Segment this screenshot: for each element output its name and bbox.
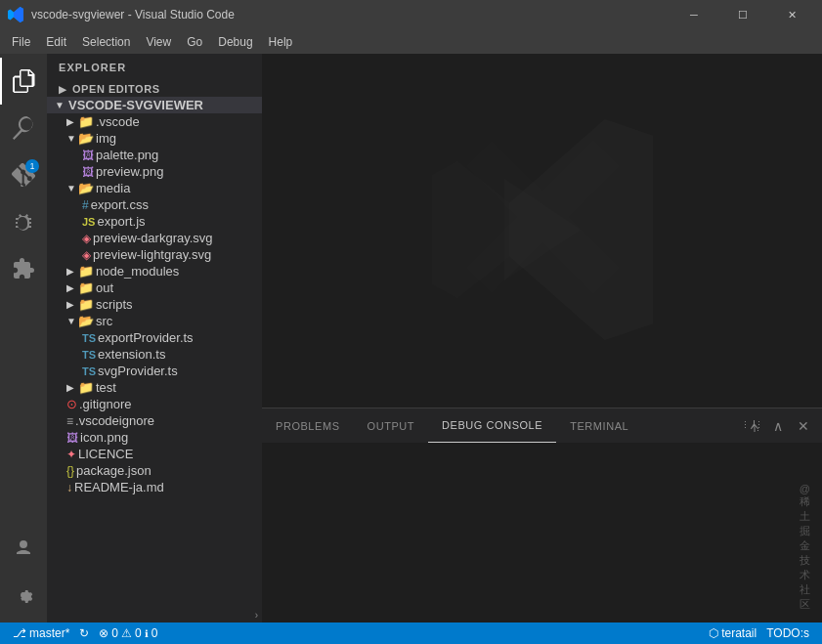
title-bar: vscode-svgviewer - Visual Studio Code ─ … [0, 0, 822, 29]
menu-help[interactable]: Help [261, 29, 301, 54]
tab-debug-console[interactable]: DEBUG CONSOLE [428, 408, 556, 443]
activity-settings[interactable] [0, 572, 47, 619]
folder-media[interactable]: ▼ 📂 media [47, 180, 262, 196]
activity-explorer[interactable] [0, 58, 47, 105]
tab-terminal[interactable]: TERMINAL [556, 408, 642, 443]
folder-src[interactable]: ▼ 📂 src [47, 313, 262, 329]
md-icon: ↓ [66, 481, 72, 494]
info-icon: ℹ [145, 628, 149, 639]
preview-file-icon: 🖼 [82, 165, 94, 179]
file-licence[interactable]: ✦ LICENCE [47, 446, 262, 462]
panel-close-button[interactable]: ✕ [793, 415, 814, 437]
sidebar-resize-right[interactable]: › [255, 610, 258, 621]
menu-selection[interactable]: Selection [74, 29, 138, 54]
folder-vscode[interactable]: ▶ 📁 .vscode [47, 113, 262, 130]
package-json-label: package.json [76, 463, 151, 478]
vscodeignore-label: .vscodeignore [75, 413, 154, 428]
panel-filter-button[interactable] [742, 415, 763, 437]
menu-edit[interactable]: Edit [38, 29, 74, 54]
scripts-arrow: ▶ [66, 299, 76, 310]
svg-provider-ts-label: svgProvider.ts [98, 364, 178, 378]
export-js-label: export.js [97, 214, 145, 229]
menu-view[interactable]: View [138, 29, 179, 54]
todo-label: TODO:s [766, 626, 809, 640]
scripts-folder-label: scripts [96, 297, 133, 312]
img-folder-label: img [96, 131, 116, 146]
ts3-icon: TS [82, 365, 96, 377]
svg-light-icon: ◈ [82, 248, 91, 262]
activity-search[interactable] [0, 105, 47, 151]
minimize-button[interactable]: ─ [671, 0, 716, 29]
file-preview-png[interactable]: 🖼 preview.png [47, 163, 262, 180]
teratail-label: teratail [721, 626, 757, 640]
file-svg-provider-ts[interactable]: TS svgProvider.ts [47, 363, 262, 379]
preview-lightgray-label: preview-lightgray.svg [93, 247, 211, 262]
licence-label: LICENCE [78, 447, 133, 461]
activity-bar: 1 [0, 54, 47, 623]
tab-problems[interactable]: PROBLEMS [262, 408, 354, 443]
palette-png-label: palette.png [96, 148, 158, 162]
file-export-js[interactable]: JS export.js [47, 213, 262, 230]
project-root-label: VSCODE-SVGVIEWER [68, 98, 203, 112]
status-errors[interactable]: ⊗ 0 ⚠ 0 ℹ 0 [94, 623, 162, 644]
file-vscodeignore[interactable]: ≡ .vscodeignore [47, 412, 262, 429]
project-root[interactable]: ▼ VSCODE-SVGVIEWER [47, 97, 262, 113]
status-teratail[interactable]: ⬡ teratail [704, 623, 761, 644]
file-palette-png[interactable]: 🖼 palette.png [47, 147, 262, 163]
menu-debug[interactable]: Debug [210, 29, 260, 54]
window-title: vscode-svgviewer - Visual Studio Code [31, 8, 664, 21]
out-folder-icon: 📁 [78, 280, 94, 295]
js-file-icon: JS [82, 216, 95, 228]
folder-node-modules[interactable]: ▶ 📁 node_modules [47, 263, 262, 279]
img-folder-icon: 📂 [78, 131, 94, 146]
app-icon [8, 7, 23, 22]
node-modules-icon: 📁 [78, 264, 94, 279]
editor-main [262, 54, 822, 408]
status-todo[interactable]: TODO:s [761, 623, 814, 644]
file-extension-ts[interactable]: TS extension.ts [47, 346, 262, 363]
menu-bar: File Edit Selection View Go Debug Help [0, 29, 822, 54]
ts2-icon: TS [82, 349, 96, 361]
folder-out[interactable]: ▶ 📁 out [47, 279, 262, 296]
src-folder-icon: 📂 [78, 314, 94, 328]
vscode-arrow: ▶ [66, 116, 76, 127]
open-editors-label: OPEN EDITORS [72, 83, 160, 95]
teratail-icon: ⬡ [709, 626, 718, 640]
preview-darkgray-label: preview-darkgray.svg [93, 231, 213, 245]
activity-git[interactable]: 1 [0, 151, 47, 198]
sync-icon: ↻ [79, 626, 89, 640]
file-export-css[interactable]: # export.css [47, 196, 262, 213]
file-icon-png[interactable]: 🖼 icon.png [47, 429, 262, 446]
file-package-json[interactable]: {} package.json [47, 462, 262, 479]
close-button[interactable]: ✕ [769, 0, 814, 29]
open-editors-section[interactable]: ▶ OPEN EDITORS [47, 81, 262, 97]
panel-collapse-button[interactable]: ∧ [767, 415, 789, 437]
menu-file[interactable]: File [4, 29, 38, 54]
gitignore-icon: ⊙ [66, 397, 77, 411]
out-arrow: ▶ [66, 282, 76, 293]
vscode-folder-label: .vscode [96, 114, 140, 129]
status-branch[interactable]: ⎇ master* [8, 623, 74, 644]
vscode-folder-icon: 📁 [78, 114, 94, 129]
activity-account[interactable] [0, 525, 47, 572]
file-preview-darkgray-svg[interactable]: ◈ preview-darkgray.svg [47, 230, 262, 246]
folder-img[interactable]: ▼ 📂 img [47, 130, 262, 147]
status-sync[interactable]: ↻ [74, 623, 94, 644]
file-readme-ja-md[interactable]: ↓ README-ja.md [47, 479, 262, 495]
maximize-button[interactable]: ☐ [720, 0, 765, 29]
file-export-provider-ts[interactable]: TS exportProvider.ts [47, 329, 262, 346]
img-arrow: ▼ [66, 133, 76, 144]
preview-png-label: preview.png [96, 164, 163, 179]
tab-output[interactable]: OUTPUT [354, 408, 429, 443]
css-file-icon: # [82, 198, 89, 212]
folder-test[interactable]: ▶ 📁 test [47, 379, 262, 396]
file-gitignore[interactable]: ⊙ .gitignore [47, 396, 262, 412]
export-css-label: export.css [91, 197, 149, 212]
file-preview-lightgray-svg[interactable]: ◈ preview-lightgray.svg [47, 246, 262, 263]
sidebar-scroll[interactable]: ▶ OPEN EDITORS ▼ VSCODE-SVGVIEWER ▶ 📁 .v… [47, 81, 262, 607]
activity-extensions[interactable] [0, 245, 47, 292]
activity-debug[interactable] [0, 198, 47, 245]
folder-scripts[interactable]: ▶ 📁 scripts [47, 296, 262, 313]
error-icon: ⊗ [99, 626, 108, 640]
menu-go[interactable]: Go [179, 29, 210, 54]
